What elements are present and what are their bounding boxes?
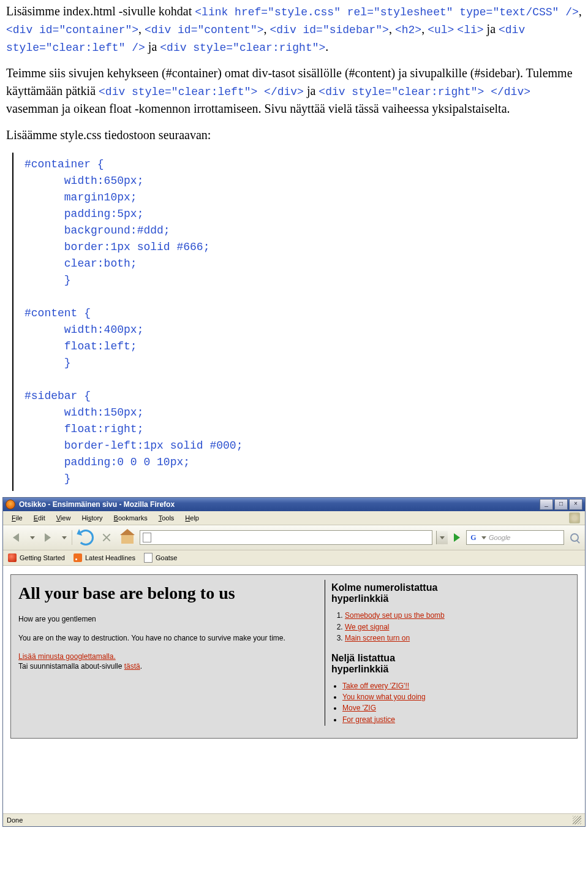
menu-edit[interactable]: Edit bbox=[29, 513, 50, 523]
menu-bookmarks[interactable]: Bookmarks bbox=[109, 513, 153, 523]
arrow-left-icon bbox=[13, 533, 19, 542]
minimize-button[interactable]: _ bbox=[540, 499, 553, 510]
stop-button[interactable] bbox=[98, 529, 115, 546]
status-bar: Done bbox=[3, 813, 585, 826]
list-item: Take off every 'ZIG'!! bbox=[342, 681, 454, 691]
sidebar-link[interactable]: Move 'ZIG bbox=[342, 704, 376, 712]
list-item: Main screen turn on bbox=[345, 633, 454, 643]
search-placeholder: Google bbox=[489, 534, 510, 541]
bookmarks-toolbar: Getting Started Latest Headlines Goatse bbox=[3, 550, 585, 566]
sidebar-ul: Take off every 'ZIG'!! You know what you… bbox=[342, 681, 454, 724]
maximize-button[interactable]: □ bbox=[554, 499, 568, 510]
menu-help[interactable]: Help bbox=[180, 513, 204, 523]
list-item: Move 'ZIG bbox=[342, 703, 454, 713]
menu-file[interactable]: File bbox=[7, 513, 28, 523]
content-p2: You are on the way to destruction. You h… bbox=[18, 633, 318, 643]
page-icon bbox=[144, 553, 153, 563]
go-button[interactable] bbox=[454, 533, 460, 542]
home-icon bbox=[121, 535, 134, 544]
forward-button[interactable] bbox=[39, 528, 57, 547]
url-field[interactable] bbox=[140, 530, 432, 545]
page-heading: All your base are belong to us bbox=[18, 584, 318, 603]
menubar: File Edit View History Bookmarks Tools H… bbox=[3, 511, 585, 525]
sidebar-heading-1: Kolme numerolistattua hyperlinkkiä bbox=[331, 582, 454, 604]
window-titlebar: Otsikko - Ensimmäinen sivu - Mozilla Fir… bbox=[3, 498, 585, 511]
menu-view[interactable]: View bbox=[51, 513, 76, 523]
container-div: All your base are belong to us How are y… bbox=[10, 574, 578, 738]
sidebar-ol: Somebody set up us the bomb We get signa… bbox=[345, 610, 454, 643]
window-title: Otsikko - Ensimmäinen sivu - Mozilla Fir… bbox=[19, 500, 175, 509]
reload-icon bbox=[78, 530, 94, 546]
list-item: You know what you doing bbox=[342, 692, 454, 702]
back-button[interactable] bbox=[7, 528, 25, 547]
status-text: Done bbox=[7, 816, 23, 824]
stop-icon bbox=[102, 533, 111, 542]
paragraph-1: Lisäsimme index.html -sivulle kohdat <li… bbox=[6, 2, 582, 56]
reload-button[interactable] bbox=[77, 529, 94, 546]
css-code-block: #container { width:650px; margin10px; pa… bbox=[12, 153, 582, 491]
forward-dropdown[interactable] bbox=[62, 536, 67, 539]
document-body: Lisäsimme index.html -sivulle kohdat <li… bbox=[0, 0, 588, 491]
resize-grip-icon[interactable] bbox=[573, 816, 581, 824]
close-button[interactable]: × bbox=[569, 499, 582, 510]
paragraph-2: Teimme siis sivujen kehykseen (#containe… bbox=[6, 64, 582, 118]
page-icon bbox=[143, 533, 151, 542]
url-dropdown[interactable] bbox=[436, 531, 448, 544]
content-p1: How are you gentlemen bbox=[18, 614, 318, 624]
bookmark-getting-started[interactable]: Getting Started bbox=[8, 553, 65, 562]
sidebar-link[interactable]: Somebody set up us the bomb bbox=[345, 611, 445, 620]
menu-history[interactable]: History bbox=[77, 513, 107, 523]
paragraph-3: Lisäämme style.css tiedostoon seuraavan: bbox=[6, 126, 582, 144]
content-p3: Lisää minusta googlettamalla. Tai suunni… bbox=[18, 652, 318, 671]
list-item: We get signal bbox=[345, 622, 454, 632]
back-dropdown[interactable] bbox=[30, 536, 35, 539]
home-button[interactable] bbox=[119, 529, 136, 546]
magnifier-icon bbox=[570, 533, 579, 542]
sidebar-link[interactable]: We get signal bbox=[345, 623, 390, 631]
google-icon: G bbox=[469, 533, 478, 542]
sidebar-div: Kolme numerolistattua hyperlinkkiä Someb… bbox=[325, 580, 454, 725]
content-link-2[interactable]: tästä bbox=[124, 662, 140, 671]
browser-content: All your base are belong to us How are y… bbox=[3, 566, 585, 813]
sidebar-link[interactable]: Take off every 'ZIG'!! bbox=[342, 682, 409, 690]
bookmark-icon bbox=[8, 553, 17, 562]
firefox-icon bbox=[6, 500, 15, 509]
menu-tools[interactable]: Tools bbox=[154, 513, 179, 523]
content-div: All your base are belong to us How are y… bbox=[18, 580, 325, 725]
sidebar-heading-2: Neljä listattua hyperlinkkiä bbox=[331, 653, 454, 675]
list-item: Somebody set up us the bomb bbox=[345, 610, 454, 620]
search-go-button[interactable] bbox=[568, 531, 581, 544]
search-field[interactable]: G Google bbox=[466, 530, 564, 545]
firefox-window: Otsikko - Ensimmäinen sivu - Mozilla Fir… bbox=[2, 497, 586, 827]
sidebar-link[interactable]: You know what you doing bbox=[342, 693, 426, 701]
throbber-icon bbox=[569, 512, 580, 523]
navigation-toolbar: G Google bbox=[3, 525, 585, 550]
bookmark-goatse[interactable]: Goatse bbox=[144, 553, 177, 563]
code-inline: <link href="style.css" rel="stylesheet" … bbox=[195, 6, 579, 18]
arrow-right-icon bbox=[45, 533, 51, 542]
bookmark-latest-headlines[interactable]: Latest Headlines bbox=[74, 553, 135, 562]
rss-icon bbox=[74, 553, 82, 562]
content-link-1[interactable]: Lisää minusta googlettamalla. bbox=[18, 652, 116, 661]
sidebar-link[interactable]: For great justice bbox=[342, 715, 395, 724]
search-engine-dropdown[interactable] bbox=[481, 536, 486, 539]
sidebar-link[interactable]: Main screen turn on bbox=[345, 634, 410, 642]
list-item: For great justice bbox=[342, 715, 454, 724]
